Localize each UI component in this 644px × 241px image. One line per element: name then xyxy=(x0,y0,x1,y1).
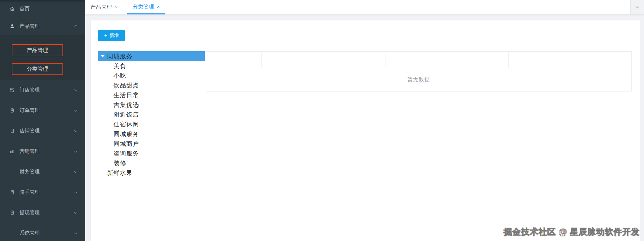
menu-label-box: 财务管理 xyxy=(19,169,40,175)
tree-node[interactable]: 住宿休闲 xyxy=(98,119,205,129)
tab-bar: 产品管理 × 分类管理 × xyxy=(85,0,644,15)
tree-node-label: 咨询服务 xyxy=(113,149,139,158)
tabs-dropdown-button[interactable] xyxy=(630,0,644,14)
menu-icon xyxy=(9,148,15,154)
tab[interactable]: 产品管理 × xyxy=(85,0,123,14)
sidebar-item[interactable]: 首页 xyxy=(0,0,85,17)
sidebar-item[interactable]: 店铺管理 xyxy=(0,121,85,141)
chevron-icon xyxy=(74,231,78,235)
tab-close-icon[interactable]: × xyxy=(157,4,160,9)
sidebar-item[interactable]: 产品管理 xyxy=(0,17,85,35)
sidebar-item[interactable]: 提现管理 xyxy=(0,202,85,223)
menu-label: 店铺管理 xyxy=(19,128,40,134)
category-table: 暂无数据 xyxy=(206,51,632,92)
menu-label: 骑手管理 xyxy=(19,189,40,195)
sidebar: 首页 产品管理 产品管理 xyxy=(0,0,85,241)
sidebar-item[interactable]: 骑手管理 xyxy=(0,182,85,202)
category-panes: 同城服务 美食 小吃 饮品甜点 xyxy=(98,51,632,178)
menu-label-box: 产品管理 xyxy=(12,44,63,56)
menu-label-box: 产品管理 xyxy=(19,23,40,29)
sidebar-item[interactable]: 财务管理 xyxy=(0,162,85,182)
tab-close-icon[interactable]: × xyxy=(115,5,118,10)
sidebar-item[interactable]: 产品管理 xyxy=(0,35,85,60)
menu-label: 首页 xyxy=(19,6,30,12)
app-window: 首页 产品管理 产品管理 xyxy=(0,0,644,241)
sidebar-item[interactable]: 分类管理 xyxy=(0,60,85,80)
chevron-icon xyxy=(74,210,78,215)
chevron-icon xyxy=(74,129,78,133)
plus-icon: + xyxy=(104,33,107,38)
sidebar-item[interactable]: 订单管理 xyxy=(0,100,85,121)
table-empty-row: 暂无数据 xyxy=(206,68,631,91)
tree-node[interactable]: 饮品甜点 xyxy=(98,80,205,90)
menu-label-box: 骑手管理 xyxy=(19,189,40,195)
tree-node[interactable]: 美食 xyxy=(98,61,205,71)
tree-node-label: 装修 xyxy=(113,159,126,167)
table-header-cell xyxy=(509,52,631,68)
menu-icon xyxy=(9,6,15,12)
menu-label-box: 首页 xyxy=(19,6,30,12)
tab[interactable]: 分类管理 × xyxy=(127,0,165,14)
menu-label-box: 订单管理 xyxy=(19,107,40,114)
menu-icon xyxy=(9,210,15,216)
chevron-icon xyxy=(74,24,78,28)
tabs: 产品管理 × 分类管理 × xyxy=(85,0,630,14)
chevron-icon xyxy=(74,170,78,174)
tab-label: 分类管理 xyxy=(133,4,154,10)
sidebar-item[interactable]: 系统管理 xyxy=(0,223,85,241)
tree-node-label: 美食 xyxy=(113,62,126,70)
tree-node-label: 吉集优选 xyxy=(113,101,139,109)
menu-label: 产品管理 xyxy=(27,47,48,54)
chevron-icon xyxy=(74,190,78,194)
watermark: 掘金技术社区 @ 星辰脉动软件开发 xyxy=(504,226,640,237)
table-header-cell xyxy=(385,52,509,68)
table-header-row xyxy=(206,52,631,68)
tree-node-label: 生活日常 xyxy=(113,91,139,99)
tree-node[interactable]: 吉集优选 xyxy=(98,100,205,110)
tree-node-label: 小吃 xyxy=(113,72,126,80)
tree-node[interactable]: 新鲜水果 xyxy=(98,168,205,178)
menu-icon xyxy=(9,108,15,113)
tree-node[interactable]: 生活日常 xyxy=(98,90,205,100)
menu-icon xyxy=(9,87,15,93)
chevron-down-icon xyxy=(635,5,640,10)
menu-label: 分类管理 xyxy=(27,66,48,73)
tree-node[interactable]: 附近饭店 xyxy=(98,110,205,119)
tree-node-label: 同城商户 xyxy=(113,140,139,148)
menu-label-box: 系统管理 xyxy=(19,230,40,236)
menu-icon xyxy=(9,23,15,29)
main-area: 产品管理 × 分类管理 × + 新增 xyxy=(85,0,644,241)
menu-label-box: 门店管理 xyxy=(19,87,40,93)
category-tree: 同城服务 美食 小吃 饮品甜点 xyxy=(98,51,205,178)
table-header-cell xyxy=(262,52,386,68)
menu-icon xyxy=(9,189,15,195)
tree-node-label: 饮品甜点 xyxy=(113,81,139,89)
sidebar-item[interactable]: 营销管理 xyxy=(0,141,85,162)
menu-label-box: 店铺管理 xyxy=(19,128,40,134)
tree-node-label: 同城服务 xyxy=(113,130,139,138)
menu-icon xyxy=(9,169,15,175)
tree-node-label: 住宿休闲 xyxy=(113,120,139,128)
menu-label: 订单管理 xyxy=(19,107,40,114)
tree-node-label: 附近饭店 xyxy=(113,111,139,119)
menu-icon xyxy=(9,128,15,134)
tree-node[interactable]: 同城商户 xyxy=(98,139,205,148)
tree-node[interactable]: 装修 xyxy=(98,158,205,168)
tab-label: 产品管理 xyxy=(91,4,112,10)
tree-node[interactable]: 同城服务 xyxy=(98,129,205,139)
menu-label-box: 分类管理 xyxy=(12,63,63,75)
menu-icon xyxy=(9,230,15,236)
sidebar-menu: 首页 产品管理 产品管理 xyxy=(0,0,85,241)
sidebar-item[interactable]: 门店管理 xyxy=(0,80,85,100)
add-button[interactable]: + 新增 xyxy=(98,30,125,41)
menu-label-box: 营销管理 xyxy=(19,148,40,155)
menu-label: 营销管理 xyxy=(19,148,40,155)
tree-node[interactable]: 咨询服务 xyxy=(98,148,205,158)
tree-node[interactable]: 小吃 xyxy=(98,71,205,80)
tree-node[interactable]: 同城服务 xyxy=(98,51,205,61)
add-button-label: 新增 xyxy=(109,33,119,39)
chevron-icon xyxy=(74,108,78,113)
content-area: + 新增 同城服务 美食 小吃 xyxy=(85,15,644,241)
menu-label: 系统管理 xyxy=(19,230,40,236)
menu-label: 提现管理 xyxy=(19,209,40,216)
